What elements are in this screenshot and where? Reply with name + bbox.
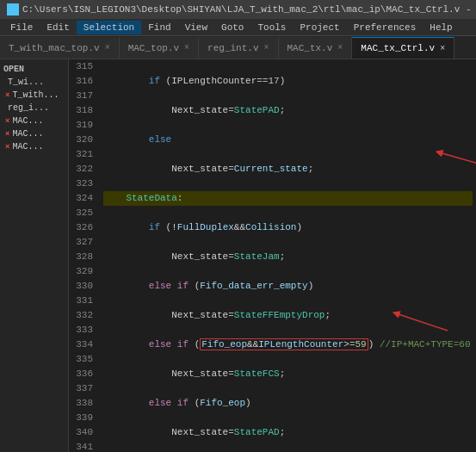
tab-label: MAC_top.v <box>128 43 179 53</box>
sidebar-label: MAC... <box>12 116 43 126</box>
code-container: 315 316 317 318 319 320 321 322 323 324 … <box>69 59 476 452</box>
menu-preferences[interactable]: Preferences <box>347 21 423 34</box>
tab-label: MAC_tx_Ctrl.v <box>361 43 435 53</box>
menu-tools[interactable]: Tools <box>250 21 293 34</box>
titlebar: C:\Users\ISN_LEGION3\Desktop\SHIYAN\LJA_… <box>0 0 476 19</box>
sidebar-label: MAC... <box>12 129 43 139</box>
menu-selection[interactable]: Selection <box>77 21 141 34</box>
menu-file[interactable]: File <box>3 21 40 34</box>
menu-help[interactable]: Help <box>423 21 459 34</box>
code-line-321: Next_state=StateJam; <box>103 250 473 264</box>
close-icon[interactable]: × <box>264 43 269 53</box>
menu-edit[interactable]: Edit <box>40 21 76 34</box>
line-numbers: 315 316 317 318 319 320 321 322 323 324 … <box>69 59 100 452</box>
menubar: File Edit Selection Find View Goto Tools… <box>0 19 476 36</box>
code-line-319: StateData: <box>103 191 473 206</box>
modified-icon: × <box>5 130 9 139</box>
tab-label: T_with_mac_top.v <box>9 43 100 53</box>
code-line-327: Next_state=StatePAD; <box>103 425 473 440</box>
code-line-323: Next_state=StateFFEmptyDrop; <box>103 308 473 323</box>
close-icon[interactable]: × <box>337 43 343 53</box>
sidebar-section-open: OPEN <box>0 63 68 76</box>
sidebar-item-4[interactable]: × MAC... <box>0 127 68 140</box>
code-line-325: Next_state=StateFCS; <box>103 367 473 381</box>
sidebar-item-3[interactable]: × MAC... <box>0 115 68 127</box>
modified-icon: × <box>5 143 9 152</box>
code-line-316: Next_state=StatePAD; <box>103 103 473 118</box>
code-line-324: else if (Fifo_eop&&IPLengthCounter>=59) … <box>103 337 473 352</box>
sidebar-item-1[interactable]: × T_with... <box>0 89 68 102</box>
app-icon <box>7 3 19 15</box>
sidebar: OPEN T_wi... × T_with... reg_i... × MAC.… <box>0 59 69 452</box>
code-area[interactable]: 315 316 317 318 319 320 321 322 323 324 … <box>69 59 476 452</box>
menu-view[interactable]: View <box>178 21 214 34</box>
sidebar-item-5[interactable]: × MAC... <box>0 140 68 153</box>
close-icon[interactable]: × <box>184 43 189 53</box>
menu-project[interactable]: Project <box>293 21 346 34</box>
modified-icon: × <box>5 91 9 100</box>
sidebar-label: T_with... <box>12 90 59 100</box>
close-icon[interactable]: × <box>105 43 110 53</box>
tab-label: MAC_tx.v <box>287 43 333 53</box>
code-line-322: else if (Fifo_data_err_empty) <box>103 279 473 294</box>
code-line-318: Next_state=Current_state; <box>103 162 473 176</box>
main-layout: OPEN T_wi... × T_with... reg_i... × MAC.… <box>0 59 476 452</box>
tab-label: reg_int.v <box>207 43 258 53</box>
tab-t-with-mac-top[interactable]: T_with_mac_top.v × <box>0 37 120 59</box>
menu-find[interactable]: Find <box>141 21 177 34</box>
code-content: if (IPLengthCounter==17) Next_state=Stat… <box>100 59 476 452</box>
code-line-320: if (!FullDuplex&&Collision) <box>103 220 473 235</box>
sidebar-label: MAC... <box>12 142 43 152</box>
tab-mac-tx[interactable]: MAC_tx.v × <box>279 37 353 59</box>
tab-mac-tx-ctrl[interactable]: MAC_tx_Ctrl.v × <box>352 37 454 59</box>
tab-reg-int[interactable]: reg_int.v × <box>199 37 278 59</box>
close-icon[interactable]: × <box>440 44 445 53</box>
code-line-326: else if (Fifo_eop) <box>103 396 473 411</box>
menu-goto[interactable]: Goto <box>214 21 250 34</box>
code-line-317: else <box>103 133 473 147</box>
sidebar-item-2[interactable]: reg_i... <box>0 102 68 115</box>
sidebar-item-0[interactable]: T_wi... <box>0 76 68 89</box>
sidebar-label: reg_i... <box>8 103 49 113</box>
modified-icon: × <box>5 117 9 126</box>
tab-bar: T_with_mac_top.v × MAC_top.v × reg_int.v… <box>0 36 476 59</box>
tab-mac-top[interactable]: MAC_top.v × <box>120 37 199 59</box>
sidebar-label: T_wi... <box>8 77 44 87</box>
title-text: C:\Users\ISN_LEGION3\Desktop\SHIYAN\LJA_… <box>22 4 476 15</box>
code-line-315: if (IPLengthCounter==17) <box>103 74 473 89</box>
